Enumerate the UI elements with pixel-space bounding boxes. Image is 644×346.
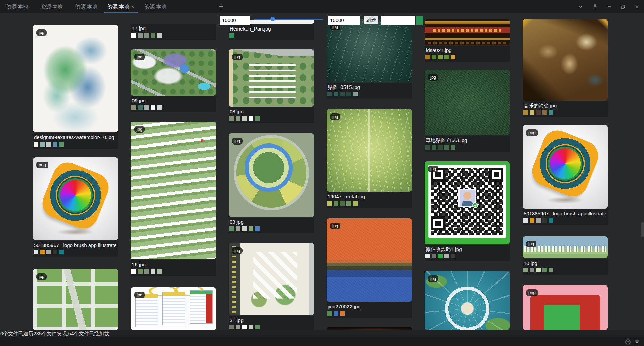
tab-2[interactable]: 资源:本地 (35, 0, 69, 13)
tab-3[interactable]: 资源:本地 (69, 0, 104, 13)
color-swatch[interactable] (530, 268, 534, 272)
color-swatch[interactable] (425, 145, 430, 150)
color-swatch[interactable] (242, 116, 247, 121)
color-swatch[interactable] (229, 226, 234, 231)
color-swatch[interactable] (536, 218, 541, 223)
color-swatch[interactable] (438, 55, 443, 59)
color-swatch[interactable] (40, 142, 45, 147)
asset-thumbnail-plan03[interactable]: jpg (229, 133, 314, 217)
color-swatch[interactable] (334, 311, 338, 316)
color-swatch[interactable] (255, 116, 260, 121)
new-tab-button[interactable]: + (216, 2, 226, 11)
minimize-button[interactable] (604, 2, 614, 11)
color-swatch[interactable] (327, 201, 332, 206)
size-slider-handle[interactable] (270, 17, 275, 21)
color-swatch[interactable] (327, 92, 332, 96)
color-swatch[interactable] (151, 105, 155, 110)
color-swatch[interactable] (432, 254, 436, 258)
close-button[interactable] (632, 2, 642, 11)
color-swatch[interactable] (536, 268, 541, 272)
color-swatch[interactable] (438, 254, 443, 258)
color-swatch[interactable] (157, 269, 162, 274)
color-swatch[interactable] (131, 33, 136, 38)
color-swatch[interactable] (432, 145, 436, 150)
color-swatch[interactable] (549, 268, 553, 272)
asset-thumbnail-leaf[interactable]: jpg (327, 109, 412, 192)
color-swatch[interactable] (157, 33, 162, 38)
color-swatch[interactable] (144, 33, 149, 38)
asset-thumbnail-strip10[interactable]: jpg (523, 236, 608, 258)
color-swatch[interactable] (229, 116, 234, 121)
color-swatch[interactable] (340, 201, 345, 206)
asset-thumbnail-chalk[interactable]: jpg (327, 19, 412, 82)
asset-thumbnail-logo[interactable]: png (523, 125, 608, 209)
color-swatch[interactable] (138, 105, 143, 110)
color-filter-swatch[interactable] (416, 16, 423, 25)
color-swatch[interactable] (523, 110, 528, 115)
color-swatch[interactable] (144, 105, 149, 110)
color-swatch[interactable] (151, 33, 155, 38)
asset-thumbnail-plan31[interactable]: jpg (229, 243, 314, 315)
color-swatch[interactable] (530, 218, 534, 223)
color-swatch[interactable] (334, 201, 338, 206)
color-swatch[interactable] (131, 105, 136, 110)
color-swatch[interactable] (138, 33, 143, 38)
color-swatch[interactable] (444, 55, 449, 59)
asset-thumbnail-watercolor[interactable]: jpg (33, 25, 118, 132)
color-swatch[interactable] (340, 92, 345, 96)
color-swatch[interactable] (229, 325, 234, 329)
color-swatch[interactable] (451, 145, 455, 150)
color-swatch[interactable] (151, 269, 155, 274)
color-swatch[interactable] (236, 325, 240, 329)
color-swatch[interactable] (229, 33, 234, 38)
color-swatch[interactable] (340, 311, 345, 316)
asset-thumbnail-fdsa[interactable] (425, 19, 510, 45)
color-swatch[interactable] (242, 226, 247, 231)
color-swatch[interactable] (59, 142, 64, 147)
color-swatch[interactable] (444, 145, 449, 150)
color-swatch[interactable] (542, 110, 547, 115)
color-swatch[interactable] (249, 116, 253, 121)
size-slider-track[interactable] (254, 19, 323, 20)
asset-thumbnail-pink[interactable]: png (523, 285, 608, 330)
tab-1[interactable]: 资源:本地 (0, 0, 35, 13)
color-swatch[interactable] (255, 226, 260, 231)
color-swatch[interactable] (425, 254, 430, 258)
max-size-input[interactable] (328, 16, 360, 25)
asset-thumbnail-plan16[interactable]: jpg (131, 122, 216, 260)
color-swatch[interactable] (542, 268, 547, 272)
chevron-down-icon[interactable] (576, 2, 586, 11)
help-icon[interactable]: ? (625, 339, 631, 345)
color-swatch[interactable] (242, 325, 247, 329)
color-swatch[interactable] (353, 201, 358, 206)
color-swatch[interactable] (549, 110, 553, 115)
color-swatch[interactable] (451, 254, 455, 258)
asset-thumbnail-waterpark[interactable]: jpg (425, 271, 510, 330)
color-swatch[interactable] (523, 218, 528, 223)
color-swatch[interactable] (34, 250, 38, 254)
color-swatch[interactable] (432, 55, 436, 59)
color-swatch[interactable] (451, 55, 455, 59)
color-swatch[interactable] (53, 250, 57, 254)
color-swatch[interactable] (334, 92, 338, 96)
color-swatch[interactable] (138, 269, 143, 274)
color-filter-input[interactable] (381, 16, 415, 25)
color-swatch[interactable] (40, 250, 45, 254)
color-swatch[interactable] (249, 325, 253, 329)
color-swatch[interactable] (59, 250, 64, 254)
asset-thumbnail-grass[interactable]: jpg (425, 70, 510, 135)
color-swatch[interactable] (542, 218, 547, 223)
asset-thumbnail-logo[interactable]: png (33, 157, 118, 240)
refresh-button[interactable]: 刷新 (364, 16, 378, 24)
asset-thumbnail-qr[interactable]: jpg (425, 161, 510, 244)
tab-4[interactable]: 资源:本地× (104, 0, 138, 13)
asset-thumbnail-jing[interactable]: jpg (327, 218, 412, 302)
color-swatch[interactable] (327, 311, 332, 316)
color-swatch[interactable] (530, 110, 534, 115)
color-swatch[interactable] (144, 269, 149, 274)
asset-thumbnail-plan08[interactable]: jpg (229, 49, 314, 107)
tab-close-icon[interactable]: × (131, 5, 134, 9)
color-swatch[interactable] (536, 110, 541, 115)
restore-button[interactable] (618, 2, 628, 11)
color-swatch[interactable] (353, 92, 358, 96)
